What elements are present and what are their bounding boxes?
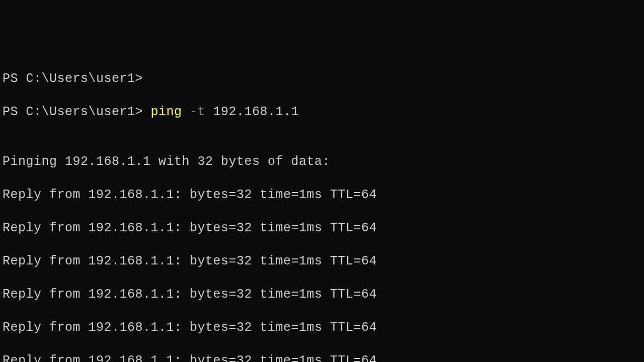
ping-reply: Reply from 192.168.1.1: bytes=32 time=1m… bbox=[3, 187, 641, 203]
pinging-header: Pinging 192.168.1.1 with 32 bytes of dat… bbox=[3, 153, 641, 170]
prompt-text: PS C:\Users\user1> bbox=[3, 71, 143, 86]
ping-reply: Reply from 192.168.1.1: bytes=32 time=1m… bbox=[3, 286, 641, 303]
command-text: ping bbox=[151, 105, 182, 119]
prompt-line-empty: PS C:\Users\user1> bbox=[3, 70, 641, 87]
ping-reply: Reply from 192.168.1.1: bytes=32 time=1m… bbox=[3, 253, 641, 269]
command-arg: -t bbox=[190, 105, 205, 119]
command-address: 192.168.1.1 bbox=[213, 105, 299, 119]
ping-reply: Reply from 192.168.1.1: bytes=32 time=1m… bbox=[3, 319, 641, 336]
prompt-text: PS C:\Users\user1> bbox=[3, 105, 151, 119]
prompt-line-command: PS C:\Users\user1> ping -t 192.168.1.1 bbox=[3, 104, 641, 120]
ping-reply: Reply from 192.168.1.1: bytes=32 time=1m… bbox=[3, 352, 641, 362]
ping-reply: Reply from 192.168.1.1: bytes=32 time=1m… bbox=[3, 220, 641, 236]
